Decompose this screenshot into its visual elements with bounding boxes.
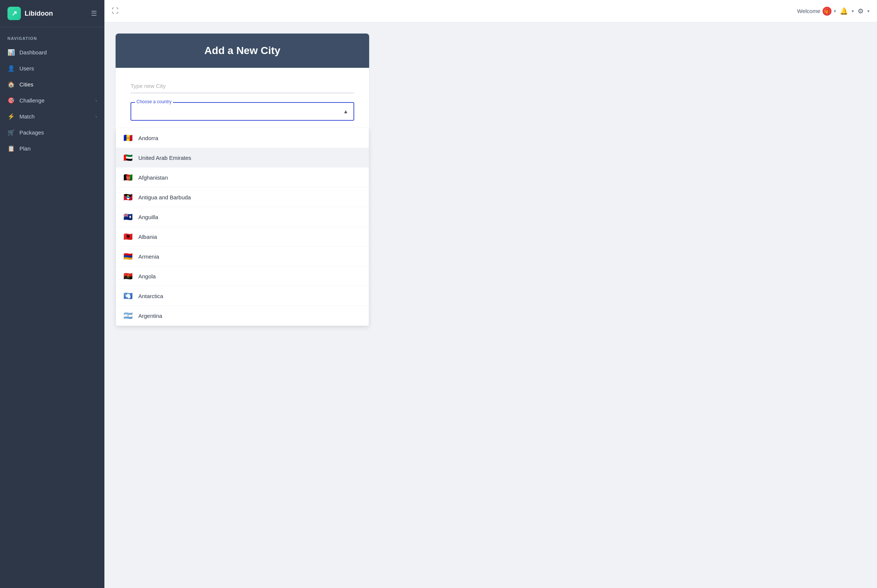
app-name: Libidoon	[25, 10, 53, 18]
country-name: Antigua and Barbuda	[138, 194, 191, 201]
nav-section-label: NAVIGATION	[0, 27, 104, 44]
country-item-albania[interactable]: 🇦🇱 Albania	[116, 227, 369, 247]
country-name: Albania	[138, 234, 157, 240]
users-icon: 👤	[8, 65, 15, 72]
flag-afghanistan: 🇦🇫	[123, 173, 133, 182]
flag-antigua: 🇦🇬	[123, 193, 133, 202]
flag-armenia: 🇦🇲	[123, 252, 133, 261]
welcome-text: Welcome	[797, 8, 820, 14]
logo-icon: ↗	[8, 7, 21, 20]
country-name: Argentina	[138, 313, 162, 319]
profile-chevron-icon[interactable]: ▾	[834, 9, 836, 14]
chevron-right-icon: ›	[95, 114, 97, 119]
add-city-card: Add a New City Choose a country ▲	[116, 33, 369, 128]
select-chevron-up-icon: ▲	[343, 108, 348, 114]
hamburger-icon[interactable]: ☰	[91, 9, 97, 18]
country-item-anguilla[interactable]: 🇦🇮 Anguilla	[116, 207, 369, 227]
bell-chevron-icon[interactable]: ▾	[851, 9, 854, 14]
sidebar-nav: 📊 Dashboard 👤 Users 🏠 Cities 🎯 Challenge	[0, 44, 104, 156]
flag-argentina: 🇦🇷	[123, 311, 133, 320]
country-dropdown-list: 🇦🇩 Andorra 🇦🇪 United Arab Emirates 🇦🇫 Af…	[116, 128, 369, 326]
sidebar-item-label: Dashboard	[20, 49, 47, 56]
logo-area: ↗ Libidoon	[8, 7, 53, 20]
sidebar-header: ↗ Libidoon ☰	[0, 0, 104, 27]
country-name: United Arab Emirates	[138, 154, 191, 161]
challenge-icon: 🎯	[8, 97, 15, 104]
card-body: Choose a country ▲	[116, 68, 369, 128]
country-item-argentina[interactable]: 🇦🇷 Argentina	[116, 306, 369, 326]
country-name: Afghanistan	[138, 174, 168, 181]
country-item-angola[interactable]: 🇦🇴 Angola	[116, 266, 369, 286]
country-select[interactable]: Choose a country ▲	[131, 102, 354, 121]
country-item-andorra[interactable]: 🇦🇩 Andorra	[116, 128, 369, 148]
sidebar-item-label: Match	[20, 113, 35, 120]
content-area: Add a New City Choose a country ▲ 🇦🇩 And…	[104, 22, 877, 588]
sidebar-item-label: Cities	[20, 81, 33, 88]
sidebar-item-packages[interactable]: 🛒 Packages	[0, 124, 104, 141]
country-item-uae[interactable]: 🇦🇪 United Arab Emirates	[116, 148, 369, 168]
country-name: Andorra	[138, 135, 158, 141]
country-item-armenia[interactable]: 🇦🇲 Armenia	[116, 247, 369, 266]
country-name: Antarctica	[138, 293, 163, 299]
country-name: Anguilla	[138, 214, 158, 220]
flag-antarctica: 🇦🇶	[123, 291, 133, 300]
sidebar-item-label: Plan	[20, 146, 30, 152]
sidebar-item-cities[interactable]: 🏠 Cities	[0, 76, 104, 92]
flag-andorra: 🇦🇩	[123, 134, 133, 142]
country-name: Armenia	[138, 254, 159, 260]
sidebar-item-match[interactable]: ⚡ Match ›	[0, 108, 104, 124]
sidebar-item-challenge[interactable]: 🎯 Challenge ›	[0, 92, 104, 108]
country-item-afghanistan[interactable]: 🇦🇫 Afghanistan	[116, 168, 369, 188]
plan-icon: 📋	[8, 145, 15, 152]
flag-anguilla: 🇦🇮	[123, 212, 133, 221]
sidebar-item-label: Packages	[20, 129, 44, 136]
bell-icon[interactable]: 🔔	[838, 6, 849, 17]
city-name-input[interactable]	[131, 79, 354, 93]
sidebar-item-plan[interactable]: 📋 Plan	[0, 141, 104, 156]
main-area: ⛶ Welcome 🎁 ▾ 🔔 ▾ ⚙ ▾ Add a New City Cho…	[104, 0, 877, 588]
gift-icon[interactable]: 🎁	[823, 7, 832, 16]
sidebar: ↗ Libidoon ☰ NAVIGATION 📊 Dashboard 👤 Us…	[0, 0, 104, 588]
dashboard-icon: 📊	[8, 49, 15, 56]
flag-albania: 🇦🇱	[123, 232, 133, 241]
chevron-right-icon: ›	[95, 98, 97, 103]
sidebar-item-label: Users	[20, 65, 34, 72]
country-name: Angola	[138, 273, 156, 279]
expand-icon[interactable]: ⛶	[112, 7, 119, 15]
packages-icon: 🛒	[8, 129, 15, 136]
country-item-antigua[interactable]: 🇦🇬 Antigua and Barbuda	[116, 188, 369, 207]
cities-icon: 🏠	[8, 81, 15, 88]
settings-chevron-icon[interactable]: ▾	[867, 9, 869, 14]
gear-icon[interactable]: ⚙	[856, 6, 865, 17]
sidebar-item-users[interactable]: 👤 Users	[0, 60, 104, 76]
flag-angola: 🇦🇴	[123, 272, 133, 280]
topbar: ⛶ Welcome 🎁 ▾ 🔔 ▾ ⚙ ▾	[104, 0, 877, 22]
flag-uae: 🇦🇪	[123, 153, 133, 162]
sidebar-item-label: Challenge	[20, 97, 45, 104]
country-select-label: Choose a country	[135, 99, 173, 104]
topbar-left: ⛶	[112, 7, 119, 15]
match-icon: ⚡	[8, 113, 15, 120]
country-item-antarctica[interactable]: 🇦🇶 Antarctica	[116, 286, 369, 306]
topbar-right: Welcome 🎁 ▾ 🔔 ▾ ⚙ ▾	[797, 6, 869, 17]
page-title: Add a New City	[131, 45, 354, 57]
card-header: Add a New City	[116, 33, 369, 68]
sidebar-item-dashboard[interactable]: 📊 Dashboard	[0, 44, 104, 60]
